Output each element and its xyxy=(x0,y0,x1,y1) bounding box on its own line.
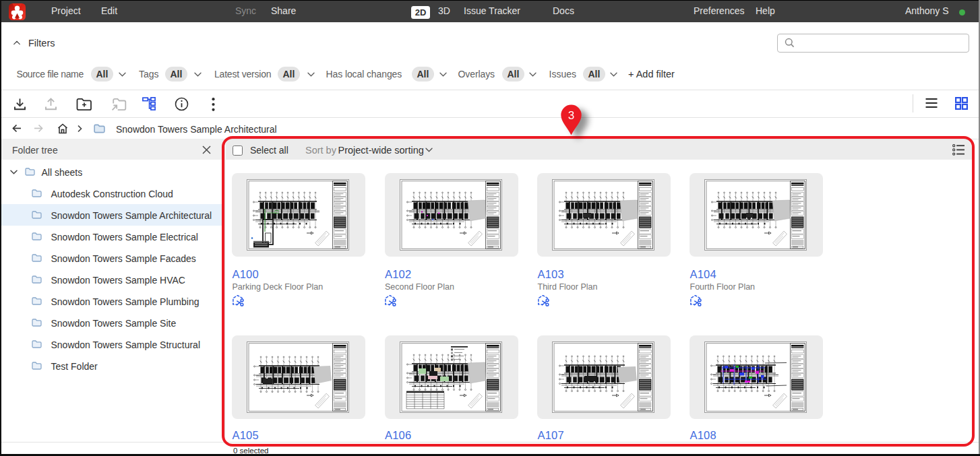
svg-text:3: 3 xyxy=(568,109,574,122)
